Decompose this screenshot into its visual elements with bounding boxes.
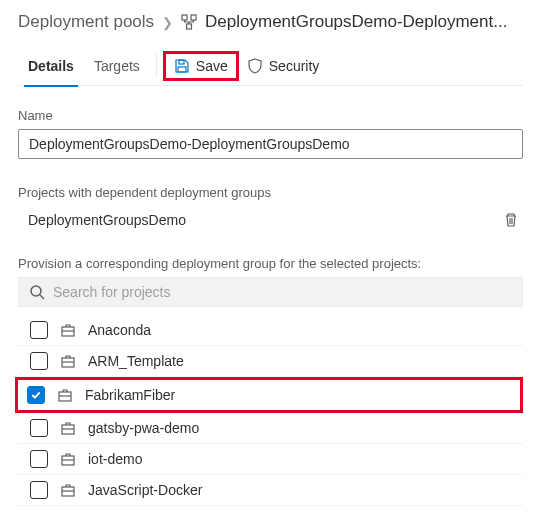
project-checkbox[interactable] [30,352,48,370]
pool-icon [181,14,197,30]
briefcase-icon [60,420,76,436]
svg-rect-4 [178,67,186,72]
project-checkbox[interactable] [27,386,45,404]
search-icon [29,284,45,300]
save-label: Save [196,58,228,74]
save-button[interactable]: Save [163,51,239,81]
provision-label: Provision a corresponding deployment gro… [18,256,523,271]
project-name: Anaconda [88,322,151,338]
project-row[interactable]: iot-demo [18,444,523,475]
name-label: Name [18,108,523,123]
briefcase-icon [60,451,76,467]
tab-details[interactable]: Details [18,46,84,86]
chevron-right-icon: ❯ [162,15,173,30]
svg-point-5 [31,286,41,296]
project-row[interactable]: gatsby-pwa-demo [18,413,523,444]
briefcase-icon [60,353,76,369]
svg-rect-3 [179,60,184,64]
briefcase-icon [60,322,76,338]
project-name: iot-demo [88,451,142,467]
project-checkbox[interactable] [30,419,48,437]
breadcrumb-root[interactable]: Deployment pools [18,12,154,32]
tab-targets[interactable]: Targets [84,46,150,86]
search-wrap[interactable] [18,277,523,307]
svg-rect-0 [182,15,187,20]
save-icon [174,58,190,74]
name-input[interactable] [18,129,523,159]
briefcase-icon [60,482,76,498]
breadcrumb: Deployment pools ❯ DeploymentGroupsDemo-… [18,12,523,32]
project-name: ARM_Template [88,353,184,369]
dependent-project-row: DeploymentGroupsDemo [18,206,523,234]
svg-rect-2 [187,24,192,29]
breadcrumb-current: DeploymentGroupsDemo-Deployment... [205,12,507,32]
svg-rect-1 [191,15,196,20]
project-name: gatsby-pwa-demo [88,420,199,436]
project-name: FabrikamFiber [85,387,175,403]
dependent-project-name: DeploymentGroupsDemo [28,212,186,228]
search-input[interactable] [53,284,512,300]
project-row[interactable]: Anaconda [18,315,523,346]
project-checkbox[interactable] [30,481,48,499]
project-row[interactable]: JavaScript-Docker [18,475,523,506]
security-button[interactable]: Security [239,54,328,78]
briefcase-icon [57,387,73,403]
project-checkbox[interactable] [30,450,48,468]
trash-icon[interactable] [503,212,519,228]
tab-separator [156,54,157,78]
project-row[interactable]: ARM_Template [18,346,523,377]
project-name: JavaScript-Docker [88,482,202,498]
project-checkbox[interactable] [30,321,48,339]
project-row[interactable]: FabrikamFiber [15,377,523,413]
tab-bar: Details Targets Save Security [18,46,523,86]
dependent-label: Projects with dependent deployment group… [18,185,523,200]
security-label: Security [269,58,320,74]
project-list: AnacondaARM_TemplateFabrikamFibergatsby-… [18,315,523,506]
shield-icon [247,58,263,74]
